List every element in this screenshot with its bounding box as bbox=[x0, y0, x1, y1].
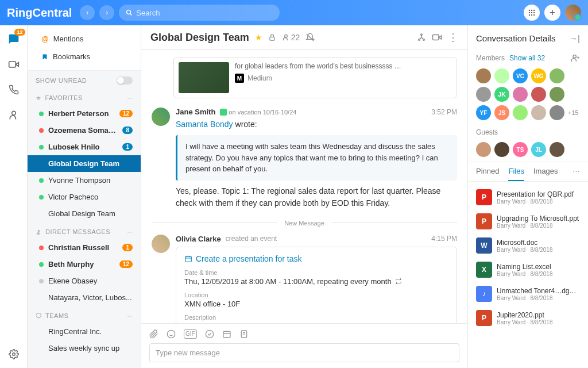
tab-images[interactable]: Images bbox=[533, 167, 558, 181]
member-avatar[interactable] bbox=[513, 87, 528, 102]
show-unread-toggle[interactable] bbox=[117, 76, 133, 85]
more-members[interactable]: +15 bbox=[568, 105, 579, 120]
file-item[interactable]: XNaming List.excelBarry Ward · 8/8/2018 bbox=[468, 258, 588, 282]
message-input[interactable]: Type new message bbox=[149, 343, 459, 362]
rail-phone-icon[interactable] bbox=[7, 83, 21, 97]
svg-point-14 bbox=[38, 229, 40, 232]
quote-author[interactable]: Samanta Bondy bbox=[176, 120, 233, 129]
guest-avatar[interactable]: JL bbox=[531, 142, 546, 157]
sidebar-mentions[interactable]: @ Mentions bbox=[33, 30, 135, 48]
video-call-icon[interactable] bbox=[432, 32, 442, 43]
member-avatar[interactable] bbox=[531, 105, 546, 120]
dialpad-button[interactable] bbox=[524, 5, 540, 21]
search-box[interactable] bbox=[119, 5, 280, 21]
sidebar-list-item[interactable]: Herbert Peterson12 bbox=[28, 105, 141, 122]
link-preview-card[interactable]: for global leaders from the world's best… bbox=[173, 57, 457, 98]
quoted-message: I will have a meeting with sales team th… bbox=[176, 135, 457, 181]
item-label: Global Design Team bbox=[48, 209, 133, 218]
guest-avatar[interactable] bbox=[494, 142, 509, 157]
nav-rail: 12 bbox=[0, 25, 28, 368]
svg-point-3 bbox=[531, 10, 532, 11]
member-avatar[interactable] bbox=[513, 105, 528, 120]
members-count[interactable]: 22 bbox=[282, 33, 300, 42]
item-label: Christian Russell bbox=[48, 243, 118, 252]
avatar[interactable] bbox=[152, 108, 170, 126]
new-button[interactable]: + bbox=[544, 5, 560, 21]
medium-icon: M bbox=[235, 74, 244, 83]
file-item[interactable]: WMicrosoft.docBarry Ward · 8/8/2018 bbox=[468, 233, 588, 258]
gif-icon[interactable]: GIF bbox=[184, 329, 197, 339]
nav-forward-button[interactable]: › bbox=[99, 5, 114, 20]
member-avatar[interactable] bbox=[550, 87, 564, 102]
add-member-icon[interactable] bbox=[571, 53, 580, 63]
file-item[interactable]: PUpgrading To Microsoft.pptBarry Ward · … bbox=[468, 209, 588, 233]
user-avatar[interactable] bbox=[565, 5, 581, 21]
dm-header[interactable]: DIRECT MESSAGES ︿ bbox=[28, 222, 141, 239]
sidebar-list-item[interactable]: Ozoemena Somayina8 bbox=[28, 122, 141, 139]
sidebar-list-item[interactable]: Victor Pacheco bbox=[28, 189, 141, 205]
event-icon[interactable] bbox=[222, 329, 231, 339]
svg-point-12 bbox=[11, 111, 16, 115]
pdf-file-icon: P bbox=[476, 189, 492, 205]
search-input[interactable] bbox=[136, 9, 273, 17]
event-card[interactable]: Create a presentation for task Date & ti… bbox=[176, 247, 457, 324]
member-avatar[interactable] bbox=[531, 87, 546, 102]
file-item[interactable]: PJupiter2020.pptBarry Ward · 8/8/2018 bbox=[468, 306, 588, 330]
tab-files[interactable]: Files bbox=[508, 167, 524, 181]
file-item[interactable]: ♪Unmatched Toner4…dge.mp4Barry Ward · 8/… bbox=[468, 282, 588, 306]
sidebar-list-item[interactable]: Beth Murphy12 bbox=[28, 256, 141, 273]
lock-icon[interactable] bbox=[268, 33, 276, 41]
member-avatar[interactable] bbox=[550, 105, 564, 120]
member-avatar[interactable]: YF bbox=[476, 105, 491, 120]
tabs-more-icon[interactable]: ⋯ bbox=[572, 167, 580, 181]
member-avatar[interactable]: VC bbox=[513, 68, 528, 83]
member-avatar[interactable]: JK bbox=[494, 87, 509, 102]
teams-header[interactable]: TEAMS ︿ bbox=[28, 306, 141, 323]
note-icon[interactable] bbox=[239, 329, 249, 339]
sidebar-list-item[interactable]: Yvonne Thompson bbox=[28, 172, 141, 189]
sidebar-list-item[interactable]: Global Design Team bbox=[28, 205, 141, 222]
favorites-header[interactable]: ★ FAVORITES ︿ bbox=[28, 88, 141, 105]
nav-back-button[interactable]: ‹ bbox=[80, 5, 95, 20]
presence-dot bbox=[39, 262, 44, 267]
member-avatar[interactable] bbox=[494, 68, 509, 83]
guest-avatar[interactable] bbox=[476, 142, 491, 157]
sidebar-list-item[interactable]: Sales weekly sync up bbox=[28, 340, 141, 356]
sidebar-list-item[interactable]: Christian Russell1 bbox=[28, 239, 141, 256]
item-label: Yvonne Thompson bbox=[48, 176, 133, 185]
tab-pinned[interactable]: Pinned bbox=[476, 167, 499, 181]
member-avatar[interactable]: JS bbox=[494, 105, 509, 120]
favorite-star-icon[interactable]: ★ bbox=[255, 33, 262, 42]
rail-settings-icon[interactable] bbox=[7, 347, 21, 361]
sidebar-list-item[interactable]: Natayara, Victor, Lubos... bbox=[28, 289, 141, 306]
rail-video-icon[interactable] bbox=[7, 57, 21, 71]
message-item: Olivia Clarke created an event 4:15 PM C… bbox=[152, 235, 457, 324]
file-name: Naming List.excel bbox=[497, 263, 580, 271]
repeat-icon bbox=[395, 278, 402, 285]
attach-icon[interactable] bbox=[149, 329, 158, 339]
sidebar-list-item[interactable]: Global Design Team bbox=[28, 155, 141, 172]
guest-avatar[interactable]: TS bbox=[513, 142, 528, 157]
avatar[interactable] bbox=[152, 235, 170, 253]
sidebar-list-item[interactable]: Lubosek Hnilo1 bbox=[28, 139, 141, 155]
more-icon[interactable]: ⋮ bbox=[448, 31, 458, 44]
rail-contacts-icon[interactable] bbox=[7, 108, 21, 122]
guest-avatar[interactable] bbox=[550, 142, 564, 157]
item-label: Herbert Peterson bbox=[48, 109, 115, 118]
search-icon bbox=[126, 9, 133, 16]
sidebar-bookmarks[interactable]: Bookmarks bbox=[33, 48, 135, 66]
emoji-icon[interactable] bbox=[167, 329, 176, 339]
sidebar-list-item[interactable]: RingCentral Inc. bbox=[28, 323, 141, 340]
member-avatar[interactable] bbox=[550, 68, 564, 83]
file-item[interactable]: PPresentation for QBR.pdfBarry Ward · 8/… bbox=[468, 185, 588, 209]
integrations-icon[interactable] bbox=[417, 33, 426, 42]
member-avatar[interactable] bbox=[476, 68, 491, 83]
sidebar-list-item[interactable]: Ekene Obasey bbox=[28, 273, 141, 289]
member-avatar[interactable] bbox=[476, 87, 491, 102]
task-icon[interactable] bbox=[205, 329, 214, 339]
show-all-link[interactable]: Show all 32 bbox=[509, 54, 545, 62]
collapse-icon[interactable]: →| bbox=[569, 33, 580, 43]
member-avatar[interactable]: WG bbox=[531, 68, 546, 83]
mute-icon[interactable] bbox=[305, 33, 315, 42]
rail-chat-icon[interactable]: 12 bbox=[7, 32, 21, 46]
